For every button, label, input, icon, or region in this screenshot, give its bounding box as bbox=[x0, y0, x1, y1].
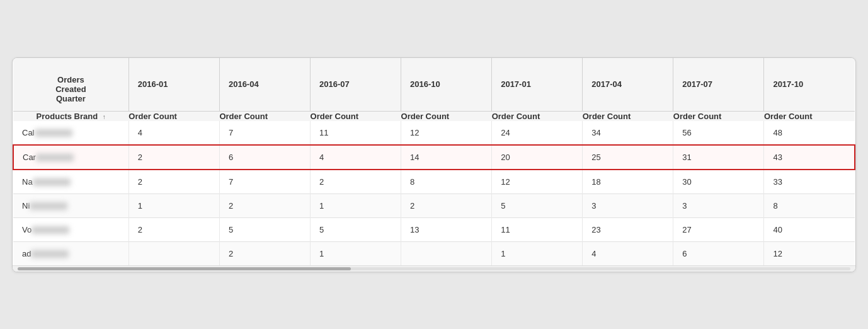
cell-value: 14 bbox=[401, 145, 492, 170]
brand-label: Vo bbox=[22, 225, 31, 234]
table-row: Car2641420253143 bbox=[13, 145, 855, 170]
cell-value: 31 bbox=[673, 145, 764, 170]
header-2016-04: 2016-04 bbox=[219, 58, 310, 112]
cell-value: 11 bbox=[311, 121, 401, 145]
brand-blurred bbox=[31, 226, 69, 234]
cell-value: 2 bbox=[219, 193, 310, 217]
header-row-quarter: Orders Created Quarter 2016-01 2016-04 2… bbox=[13, 58, 855, 112]
cell-value: 24 bbox=[492, 121, 583, 145]
cell-brand: Cal bbox=[13, 121, 128, 145]
cell-value: 4 bbox=[311, 145, 401, 170]
cell-value: 2 bbox=[128, 145, 219, 170]
table-scroll[interactable]: Orders Created Quarter 2016-01 2016-04 2… bbox=[13, 58, 855, 265]
brand-blurred bbox=[35, 129, 72, 137]
cell-value: 1 bbox=[492, 241, 583, 265]
header-2016-07: 2016-07 bbox=[311, 58, 401, 112]
table-row: Na272812183033 bbox=[13, 170, 855, 194]
brand-blurred bbox=[30, 202, 67, 210]
header-2016-01: 2016-01 bbox=[128, 58, 219, 112]
cell-value: 56 bbox=[673, 121, 764, 145]
brand-label: Cal bbox=[22, 128, 35, 137]
cell-value: 12 bbox=[401, 121, 492, 145]
header-order-count-6: Order Count bbox=[583, 111, 673, 121]
header-order-count-4: Order Count bbox=[401, 111, 492, 121]
cell-value bbox=[128, 241, 219, 265]
cell-brand: Car bbox=[13, 145, 128, 170]
table-row: Cal47111224345648 bbox=[13, 121, 855, 145]
table-container: Orders Created Quarter 2016-01 2016-04 2… bbox=[12, 57, 856, 272]
cell-value: 3 bbox=[673, 193, 764, 217]
cell-value: 5 bbox=[311, 217, 401, 241]
cell-value: 7 bbox=[219, 121, 310, 145]
header-order-count-1: Order Count bbox=[128, 111, 219, 121]
cell-value: 11 bbox=[492, 217, 583, 241]
header-2017-01: 2017-01 bbox=[492, 58, 583, 112]
cell-value: 27 bbox=[673, 217, 764, 241]
table-row: Vo2551311232740 bbox=[13, 217, 855, 241]
cell-value: 2 bbox=[219, 241, 310, 265]
header-orders-created-quarter: Orders Created Quarter bbox=[13, 58, 128, 112]
cell-value: 6 bbox=[673, 241, 764, 265]
cell-value: 4 bbox=[128, 121, 219, 145]
cell-value: 1 bbox=[311, 241, 401, 265]
cell-value: 2 bbox=[311, 170, 401, 194]
cell-value: 43 bbox=[764, 145, 855, 170]
cell-value: 2 bbox=[401, 193, 492, 217]
cell-value: 48 bbox=[764, 121, 855, 145]
scrollbar-track bbox=[18, 267, 850, 270]
horizontal-scrollbar[interactable] bbox=[13, 265, 855, 272]
header-2017-07: 2017-07 bbox=[673, 58, 764, 112]
cell-value bbox=[401, 241, 492, 265]
cell-value: 18 bbox=[583, 170, 673, 194]
cell-value: 8 bbox=[764, 193, 855, 217]
cell-value: 13 bbox=[401, 217, 492, 241]
cell-value: 1 bbox=[128, 193, 219, 217]
cell-value: 12 bbox=[492, 170, 583, 194]
sort-icon: ↑ bbox=[103, 113, 106, 120]
cell-value: 23 bbox=[583, 217, 673, 241]
header-2016-10: 2016-10 bbox=[401, 58, 492, 112]
header-2017-04: 2017-04 bbox=[583, 58, 673, 112]
cell-value: 25 bbox=[583, 145, 673, 170]
cell-value: 40 bbox=[764, 217, 855, 241]
cell-value: 34 bbox=[583, 121, 673, 145]
cell-brand: Vo bbox=[13, 217, 128, 241]
cell-value: 7 bbox=[219, 170, 310, 194]
cell-value: 33 bbox=[764, 170, 855, 194]
cell-value: 2 bbox=[128, 217, 219, 241]
cell-value: 8 bbox=[401, 170, 492, 194]
brand-blurred bbox=[36, 154, 74, 161]
scrollbar-thumb bbox=[18, 267, 351, 270]
brand-blurred bbox=[31, 250, 69, 258]
brand-label: Car bbox=[23, 153, 36, 162]
cell-value: 2 bbox=[128, 170, 219, 194]
brand-label: ad bbox=[22, 249, 31, 258]
cell-value: 20 bbox=[492, 145, 583, 170]
cell-value: 30 bbox=[673, 170, 764, 194]
cell-value: 5 bbox=[492, 193, 583, 217]
cell-brand: ad bbox=[13, 241, 128, 265]
header-2017-10: 2017-10 bbox=[764, 58, 855, 112]
header-order-count-8: Order Count bbox=[764, 111, 855, 121]
brand-label: Na bbox=[22, 177, 33, 187]
data-table: Orders Created Quarter 2016-01 2016-04 2… bbox=[13, 58, 855, 265]
cell-brand: Ni bbox=[13, 193, 128, 217]
brand-blurred bbox=[33, 178, 71, 186]
header-order-count-5: Order Count bbox=[492, 111, 583, 121]
cell-value: 3 bbox=[583, 193, 673, 217]
cell-value: 6 bbox=[219, 145, 310, 170]
header-row-metrics: Products Brand ↑ Order Count Order Count… bbox=[13, 111, 855, 121]
cell-value: 1 bbox=[311, 193, 401, 217]
cell-value: 4 bbox=[583, 241, 673, 265]
brand-label: Ni bbox=[22, 201, 30, 211]
header-order-count-3: Order Count bbox=[311, 111, 401, 121]
header-order-count-2: Order Count bbox=[219, 111, 310, 121]
cell-value: 12 bbox=[764, 241, 855, 265]
table-body: Cal47111224345648Car2641420253143Na27281… bbox=[13, 121, 855, 265]
table-row: ad2114612 bbox=[13, 241, 855, 265]
cell-brand: Na bbox=[13, 170, 128, 194]
header-order-count-7: Order Count bbox=[673, 111, 764, 121]
header-products-brand[interactable]: Products Brand ↑ bbox=[13, 111, 128, 121]
cell-value: 5 bbox=[219, 217, 310, 241]
table-row: Ni12125338 bbox=[13, 193, 855, 217]
